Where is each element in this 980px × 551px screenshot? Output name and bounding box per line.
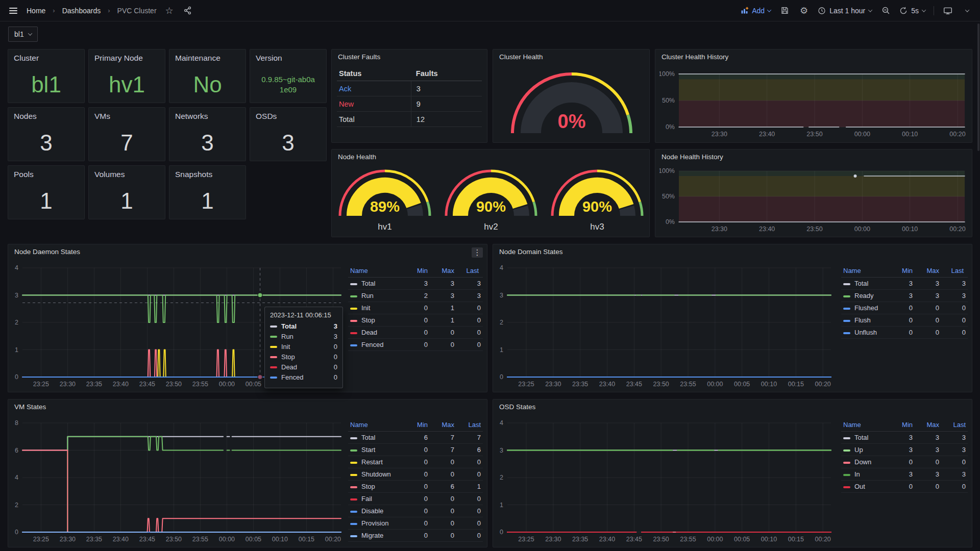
legend-row-disable[interactable]: Disable000	[348, 505, 483, 517]
collapse-toolbar-icon[interactable]	[962, 5, 973, 16]
faults-table-header[interactable]: Status Faults	[337, 66, 482, 81]
legend-col-last[interactable]: Last	[456, 420, 483, 432]
panel-node-health: Node Health 89%hv1 90%hv2 90%hv3	[331, 149, 650, 237]
share-icon[interactable]	[182, 5, 193, 16]
legend-col-min[interactable]: Min	[403, 266, 430, 278]
panel-vm-states: VM States 0246823:2523:3023:3523:4023:45…	[8, 399, 487, 547]
legend-col-last[interactable]: Last	[456, 266, 483, 278]
refresh-picker[interactable]: 5s	[899, 7, 925, 15]
legend-row-restart[interactable]: Restart000	[348, 456, 483, 468]
legend-row-total[interactable]: Total333	[348, 278, 483, 290]
grafana-dashboard: Home › Dashboards › PVC Cluster ☆	[0, 0, 980, 551]
osd-states-chart[interactable]: 0123423:2523:3023:3523:4023:4523:5023:55…	[497, 413, 834, 546]
svg-text:00:00: 00:00	[854, 131, 870, 138]
svg-text:0: 0	[15, 373, 18, 381]
legend-row-total[interactable]: Total333	[841, 278, 968, 290]
node-domain-states-chart[interactable]: 0123423:2523:3023:3523:4023:4523:5023:55…	[497, 258, 834, 391]
save-icon[interactable]	[779, 5, 790, 16]
legend-row-stop[interactable]: Stop010	[348, 314, 483, 327]
legend-col-name[interactable]: Name	[348, 420, 403, 432]
breadcrumb-dashboards[interactable]: Dashboards	[62, 7, 101, 15]
series-swatch	[350, 308, 357, 310]
osd-states-legend[interactable]: NameMinMaxLastTotal333Up333Down000In333O…	[841, 420, 968, 493]
breadcrumb-current: PVC Cluster	[117, 7, 157, 15]
node-health-gauge-hv3: 90%hv3	[546, 156, 648, 235]
top-nav: Home › Dashboards › PVC Cluster ☆	[0, 0, 980, 21]
legend-col-name[interactable]: Name	[348, 266, 403, 278]
scrollbar-thumb[interactable]	[977, 23, 979, 151]
zoom-out-icon[interactable]	[880, 5, 891, 16]
legend-col-max[interactable]: Max	[430, 420, 456, 432]
svg-text:23:25: 23:25	[33, 381, 49, 388]
legend-row-init[interactable]: Init010	[348, 302, 483, 314]
legend-col-max[interactable]: Max	[915, 420, 941, 432]
legend-col-min[interactable]: Min	[888, 266, 915, 278]
legend-col-min[interactable]: Min	[888, 420, 915, 432]
node-health-history-chart[interactable]: 0%50%100%23:3023:4023:5000:0000:1000:20	[659, 162, 969, 235]
column-header-status[interactable]: Status	[337, 69, 411, 78]
node-daemon-states-legend[interactable]: NameMinMaxLast Total333Run233Init010Stop…	[348, 266, 483, 351]
legend-row-ready[interactable]: Ready333	[841, 290, 968, 302]
legend-row-up[interactable]: Up333	[841, 444, 968, 456]
legend-row-fail[interactable]: Fail000	[348, 493, 483, 505]
panel-snapshots: Snapshots 1	[169, 165, 246, 219]
legend-row-total[interactable]: Total677	[348, 432, 483, 444]
svg-text:23:35: 23:35	[86, 381, 102, 388]
legend-row-fenced[interactable]: Fenced000	[348, 339, 483, 351]
cluster-health-history-chart[interactable]: 0%50%100%23:3023:4023:5000:0000:1000:20	[659, 63, 969, 140]
svg-text:00:20: 00:20	[815, 536, 831, 543]
tv-mode-icon[interactable]	[942, 5, 953, 16]
svg-text:00:00: 00:00	[707, 536, 723, 543]
legend-row-total[interactable]: Total333	[841, 432, 968, 444]
legend-row-dead[interactable]: Dead000	[348, 327, 483, 339]
legend-col-name[interactable]: Name	[841, 420, 888, 432]
breadcrumb-home[interactable]: Home	[27, 7, 45, 15]
series-swatch	[350, 320, 357, 322]
legend-row-unflush[interactable]: Unflush000	[841, 327, 968, 339]
panel-osds: OSDs 3	[250, 107, 327, 161]
legend-row-migrate[interactable]: Migrate000	[348, 530, 483, 542]
legend-row-in[interactable]: In333	[841, 468, 968, 481]
gauge-label: hv3	[546, 222, 648, 232]
star-icon[interactable]: ☆	[164, 5, 175, 16]
legend-row-out[interactable]: Out000	[841, 481, 968, 493]
svg-text:23:45: 23:45	[626, 381, 642, 388]
vm-states-chart[interactable]: 0246823:2523:3023:3523:4023:4523:5023:55…	[12, 413, 344, 546]
legend-row-flushed[interactable]: Flushed000	[841, 302, 968, 314]
svg-text:23:35: 23:35	[572, 536, 588, 543]
panel-menu-icon[interactable]: ⋮	[472, 247, 483, 258]
settings-gear-icon[interactable]: ⚙	[798, 5, 810, 16]
legend-col-max[interactable]: Max	[430, 266, 456, 278]
legend-row-shutdown[interactable]: Shutdown000	[348, 468, 483, 481]
variable-dropdown-cluster[interactable]: bl1	[8, 27, 38, 42]
add-button[interactable]: Add	[741, 7, 771, 15]
tooltip-row: Stop0	[270, 353, 337, 361]
node-domain-states-legend[interactable]: NameMinMaxLast Total333Ready333Flushed00…	[841, 266, 968, 339]
legend-row-provision[interactable]: Provision000	[348, 517, 483, 530]
svg-text:23:35: 23:35	[86, 536, 102, 543]
series-swatch	[270, 336, 277, 338]
svg-text:8: 8	[15, 419, 18, 427]
column-header-faults[interactable]: Faults	[411, 66, 482, 81]
time-range-picker[interactable]: Last 1 hour	[818, 7, 872, 15]
legend-col-last[interactable]: Last	[941, 420, 968, 432]
svg-text:00:00: 00:00	[854, 226, 870, 233]
legend-col-last[interactable]: Last	[941, 266, 968, 278]
faults-row-total: Total 12	[337, 112, 482, 127]
menu-icon[interactable]	[7, 6, 19, 16]
panel-title: Node Domain States	[499, 248, 563, 256]
legend-row-down[interactable]: Down000	[841, 456, 968, 468]
svg-text:0: 0	[500, 529, 503, 536]
legend-col-min[interactable]: Min	[403, 420, 430, 432]
svg-text:23:30: 23:30	[712, 131, 727, 138]
legend-row-start[interactable]: Start076	[348, 444, 483, 456]
legend-row-flush[interactable]: Flush000	[841, 314, 968, 327]
legend-row-stop[interactable]: Stop061	[348, 481, 483, 493]
svg-text:23:45: 23:45	[626, 536, 642, 543]
legend-col-max[interactable]: Max	[915, 266, 941, 278]
stat-value: 3	[250, 125, 326, 161]
svg-text:23:35: 23:35	[572, 381, 588, 388]
legend-col-name[interactable]: Name	[841, 266, 888, 278]
legend-row-run[interactable]: Run233	[348, 290, 483, 302]
vm-states-legend[interactable]: NameMinMaxLastTotal677Start076Restart000…	[348, 420, 483, 542]
